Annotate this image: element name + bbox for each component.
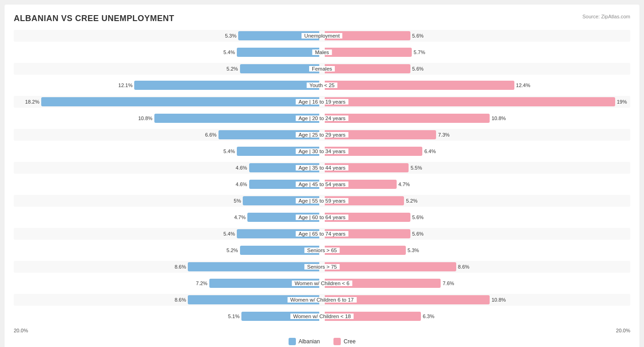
cree-value: 19% bbox=[617, 99, 627, 105]
row-label: Seniors > 65 bbox=[305, 248, 340, 253]
albanian-value: 4.6% bbox=[231, 182, 247, 187]
albanian-value: 5.3% bbox=[220, 33, 236, 39]
cree-bar-container: 5.6% bbox=[322, 213, 630, 222]
albanian-value: 12.1% bbox=[116, 83, 132, 88]
albanian-value: 5% bbox=[225, 198, 241, 204]
cree-value: 4.7% bbox=[398, 182, 410, 187]
albanian-bar bbox=[154, 114, 319, 123]
row-label: Women w/ Children 6 to 17 bbox=[288, 297, 357, 303]
table-row: 5.4% Age | 30 to 34 years 6.4% bbox=[14, 143, 630, 159]
cree-bar bbox=[325, 81, 514, 90]
row-label: Seniors > 75 bbox=[305, 264, 340, 270]
albanian-value: 8.6% bbox=[170, 264, 186, 270]
row-label: Age | 25 to 29 years bbox=[296, 132, 349, 138]
table-row: 7.2% Women w/ Children < 6 7.6% bbox=[14, 275, 630, 291]
albanian-bar bbox=[188, 262, 319, 271]
table-row: 5.4% Age | 65 to 74 years 5.6% bbox=[14, 226, 630, 242]
cree-value: 5.7% bbox=[414, 50, 425, 55]
cree-value: 5.3% bbox=[408, 248, 419, 253]
albanian-bar bbox=[237, 48, 319, 57]
albanian-value: 5.1% bbox=[224, 314, 240, 319]
albanian-bar bbox=[41, 97, 319, 106]
albanian-bar-container: 5.4% bbox=[14, 48, 322, 57]
legend-albanian-label: Albanian bbox=[299, 338, 320, 345]
albanian-value: 5.4% bbox=[219, 149, 235, 154]
table-row: 12.1% Youth < 25 12.4% bbox=[14, 77, 630, 93]
cree-bar-container: 5.5% bbox=[322, 163, 630, 172]
albanian-value: 4.6% bbox=[231, 165, 247, 171]
row-label: Age | 30 to 34 years bbox=[296, 149, 349, 154]
albanian-bar-container: 4.6% bbox=[14, 180, 322, 189]
albanian-value: 5.4% bbox=[219, 231, 235, 237]
cree-value: 10.8% bbox=[491, 116, 506, 121]
albanian-bar bbox=[240, 64, 319, 73]
cree-value: 7.3% bbox=[438, 132, 449, 138]
legend-albanian: Albanian bbox=[289, 338, 320, 345]
albanian-bar-container: 5.2% bbox=[14, 246, 322, 255]
cree-bar bbox=[325, 64, 410, 73]
albanian-bar-container: 5.1% bbox=[14, 312, 322, 321]
legend-cree-color bbox=[333, 338, 341, 345]
table-row: 6.6% Age | 25 to 29 years 7.3% bbox=[14, 127, 630, 143]
albanian-value: 4.7% bbox=[229, 215, 246, 220]
cree-bar-container: 10.8% bbox=[322, 295, 630, 304]
albanian-value: 5.2% bbox=[222, 66, 238, 72]
cree-bar-container: 10.8% bbox=[322, 114, 630, 123]
row-label: Age | 20 to 24 years bbox=[296, 116, 349, 121]
cree-value: 5.5% bbox=[410, 165, 422, 171]
cree-bar-container: 12.4% bbox=[322, 81, 630, 90]
cree-bar-container: 5.6% bbox=[322, 31, 630, 40]
table-row: 10.8% Age | 20 to 24 years 10.8% bbox=[14, 110, 630, 126]
cree-bar-container: 4.7% bbox=[322, 180, 630, 189]
row-label: Age | 16 to 19 years bbox=[296, 99, 349, 105]
table-row: 8.6% Seniors > 75 8.6% bbox=[14, 259, 630, 275]
table-row: 18.2% Age | 16 to 19 years 19% bbox=[14, 94, 630, 110]
table-row: 5.3% Unemployment 5.6% bbox=[14, 28, 630, 44]
albanian-value: 7.2% bbox=[191, 281, 207, 286]
albanian-bar bbox=[134, 81, 319, 90]
cree-bar bbox=[325, 114, 490, 123]
row-label: Age | 35 to 44 years bbox=[296, 165, 349, 171]
chart-title: ALBANIAN VS CREE UNEMPLOYMENT bbox=[14, 14, 630, 23]
albanian-bar-container: 4.6% bbox=[14, 163, 322, 172]
cree-bar-container: 5.6% bbox=[322, 64, 630, 73]
cree-bar-container: 5.7% bbox=[322, 48, 630, 57]
table-row: 5.2% Seniors > 65 5.3% bbox=[14, 242, 630, 258]
x-axis: 20.0% 20.0% bbox=[14, 328, 630, 333]
cree-value: 5.2% bbox=[406, 198, 417, 204]
cree-value: 5.6% bbox=[412, 231, 424, 237]
cree-bar-container: 5.6% bbox=[322, 229, 630, 238]
albanian-bar-container: 6.6% bbox=[14, 130, 322, 139]
albanian-bar-container: 8.6% bbox=[14, 262, 322, 271]
row-label: Unemployment bbox=[301, 33, 342, 39]
table-row: 5% Age | 55 to 59 years 5.2% bbox=[14, 193, 630, 209]
legend-cree-label: Cree bbox=[344, 338, 355, 345]
table-row: 8.6% Women w/ Children 6 to 17 10.8% bbox=[14, 292, 630, 308]
cree-bar bbox=[325, 262, 456, 271]
albanian-bar-container: 5.2% bbox=[14, 64, 322, 73]
source-text: Source: ZipAtlas.com bbox=[582, 14, 630, 19]
row-label: Females bbox=[309, 66, 335, 72]
albanian-bar-container: 5% bbox=[14, 196, 322, 205]
albanian-value: 5.2% bbox=[222, 248, 238, 253]
table-row: 5.4% Males 5.7% bbox=[14, 44, 630, 60]
cree-bar-container: 5.2% bbox=[322, 196, 630, 205]
row-label: Youth < 25 bbox=[307, 83, 338, 88]
cree-value: 6.3% bbox=[423, 314, 434, 319]
albanian-bar-container: 4.7% bbox=[14, 213, 322, 222]
row-label: Women w/ Children < 18 bbox=[290, 314, 354, 319]
row-label: Males bbox=[312, 50, 332, 55]
albanian-value: 5.4% bbox=[219, 50, 235, 55]
table-row: 5.1% Women w/ Children < 18 6.3% bbox=[14, 308, 630, 324]
albanian-value: 10.8% bbox=[136, 116, 153, 121]
table-row: 5.2% Females 5.6% bbox=[14, 61, 630, 77]
albanian-value: 8.6% bbox=[170, 297, 186, 303]
table-row: 4.6% Age | 45 to 54 years 4.7% bbox=[14, 176, 630, 192]
albanian-bar-container: 12.1% bbox=[14, 81, 322, 90]
cree-value: 10.8% bbox=[491, 297, 506, 303]
cree-value: 5.6% bbox=[412, 66, 424, 72]
cree-bar bbox=[325, 48, 412, 57]
row-label: Age | 65 to 74 years bbox=[296, 231, 349, 237]
x-axis-right: 20.0% bbox=[616, 328, 630, 333]
albanian-bar-container: 5.4% bbox=[14, 147, 322, 156]
